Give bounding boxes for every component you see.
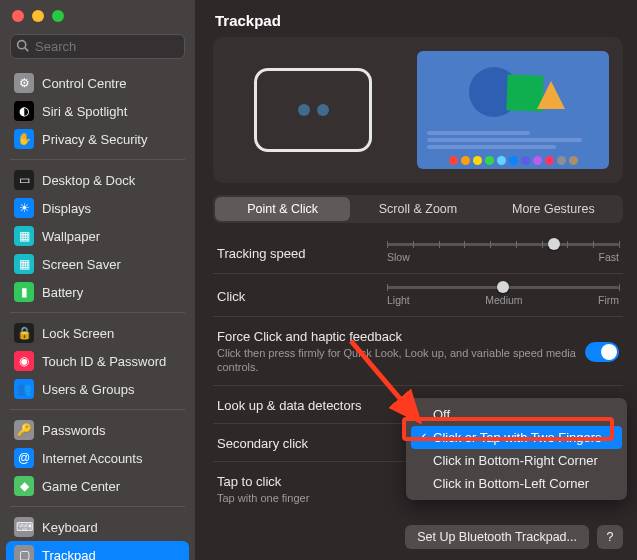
main-panel: Trackpad Point & ClickScroll & ZoomMore … xyxy=(195,0,637,560)
page-title: Trackpad xyxy=(215,12,623,29)
trackpad-illustration xyxy=(227,51,399,169)
tab-scroll-zoom[interactable]: Scroll & Zoom xyxy=(350,197,485,221)
sidebar-icon: ◐ xyxy=(14,101,34,121)
sidebar-item-label: Passwords xyxy=(42,423,106,438)
sidebar-item-displays[interactable]: ☀Displays xyxy=(6,194,189,222)
tab-point-click[interactable]: Point & Click xyxy=(215,197,350,221)
sidebar-icon: ✋ xyxy=(14,129,34,149)
row-click: Click LightMediumFirm xyxy=(213,276,623,317)
sidebar-icon: ▮ xyxy=(14,282,34,302)
click-label: Click xyxy=(217,289,387,304)
sidebar-list: ⚙Control Centre◐Siri & Spotlight✋Privacy… xyxy=(0,67,195,560)
sidebar-item-label: Trackpad xyxy=(42,548,96,561)
sidebar-item-label: Screen Saver xyxy=(42,257,121,272)
sidebar-item-screen-saver[interactable]: ▦Screen Saver xyxy=(6,250,189,278)
sidebar-item-label: Privacy & Security xyxy=(42,132,147,147)
sidebar-item-label: Internet Accounts xyxy=(42,451,142,466)
click-slider[interactable]: LightMediumFirm xyxy=(387,286,619,306)
preview-area xyxy=(213,37,623,183)
lookup-label: Look up & data detectors xyxy=(217,398,387,413)
sidebar-icon: ◆ xyxy=(14,476,34,496)
secondary-click-menu: OffClick or Tap with Two FingersClick in… xyxy=(406,398,627,500)
sidebar-item-label: Wallpaper xyxy=(42,229,100,244)
sidebar-item-siri-spotlight[interactable]: ◐Siri & Spotlight xyxy=(6,97,189,125)
sidebar-item-trackpad[interactable]: ▢Trackpad xyxy=(6,541,189,560)
sidebar-item-label: Keyboard xyxy=(42,520,98,535)
sidebar-icon: 🔑 xyxy=(14,420,34,440)
sidebar-item-keyboard[interactable]: ⌨Keyboard xyxy=(6,513,189,541)
tab-more-gestures[interactable]: More Gestures xyxy=(486,197,621,221)
sidebar-item-game-center[interactable]: ◆Game Center xyxy=(6,472,189,500)
tracking-speed-slider[interactable]: SlowFast xyxy=(387,243,619,263)
sidebar: ⚙Control Centre◐Siri & Spotlight✋Privacy… xyxy=(0,0,195,560)
menu-item-off[interactable]: Off xyxy=(411,403,622,426)
secondary-click-label: Secondary click xyxy=(217,436,387,451)
sidebar-item-label: Control Centre xyxy=(42,76,127,91)
svg-point-0 xyxy=(18,41,26,49)
sidebar-icon: ▢ xyxy=(14,545,34,560)
sidebar-item-lock-screen[interactable]: 🔒Lock Screen xyxy=(6,319,189,347)
sidebar-item-label: Touch ID & Password xyxy=(42,354,166,369)
svg-line-1 xyxy=(25,48,28,51)
tab-bar: Point & ClickScroll & ZoomMore Gestures xyxy=(213,195,623,223)
sidebar-icon: ▦ xyxy=(14,254,34,274)
sidebar-item-control-centre[interactable]: ⚙Control Centre xyxy=(6,69,189,97)
minimize-window-button[interactable] xyxy=(32,10,44,22)
sidebar-icon: ◉ xyxy=(14,351,34,371)
row-force-click: Force Click and haptic feedback Click th… xyxy=(213,319,623,386)
window-controls xyxy=(0,0,195,28)
zoom-window-button[interactable] xyxy=(52,10,64,22)
force-click-toggle[interactable] xyxy=(585,342,619,362)
force-click-label: Force Click and haptic feedback Click th… xyxy=(217,329,585,375)
sidebar-item-label: Users & Groups xyxy=(42,382,134,397)
sidebar-icon: ☀ xyxy=(14,198,34,218)
help-button[interactable]: ? xyxy=(597,525,623,549)
sidebar-item-touch-id-password[interactable]: ◉Touch ID & Password xyxy=(6,347,189,375)
sidebar-icon: ▭ xyxy=(14,170,34,190)
sidebar-icon: 🔒 xyxy=(14,323,34,343)
sidebar-icon: ⚙ xyxy=(14,73,34,93)
menu-item-click-in-bottom-right-corner[interactable]: Click in Bottom-Right Corner xyxy=(411,449,622,472)
sidebar-item-label: Battery xyxy=(42,285,83,300)
sidebar-icon: ⌨ xyxy=(14,517,34,537)
setup-bluetooth-button[interactable]: Set Up Bluetooth Trackpad... xyxy=(405,525,589,549)
tracking-speed-label: Tracking speed xyxy=(217,246,387,261)
sidebar-item-label: Desktop & Dock xyxy=(42,173,135,188)
menu-item-click-or-tap-with-two-fingers[interactable]: Click or Tap with Two Fingers xyxy=(411,426,622,449)
footer: Set Up Bluetooth Trackpad... ? xyxy=(213,515,623,549)
sidebar-item-label: Lock Screen xyxy=(42,326,114,341)
search-icon xyxy=(16,39,29,55)
sidebar-item-privacy-security[interactable]: ✋Privacy & Security xyxy=(6,125,189,153)
sidebar-item-label: Game Center xyxy=(42,479,120,494)
sidebar-item-desktop-dock[interactable]: ▭Desktop & Dock xyxy=(6,166,189,194)
sidebar-icon: @ xyxy=(14,448,34,468)
sidebar-item-label: Displays xyxy=(42,201,91,216)
sidebar-item-battery[interactable]: ▮Battery xyxy=(6,278,189,306)
menu-item-click-in-bottom-left-corner[interactable]: Click in Bottom-Left Corner xyxy=(411,472,622,495)
sidebar-item-users-groups[interactable]: 👥Users & Groups xyxy=(6,375,189,403)
sidebar-item-internet-accounts[interactable]: @Internet Accounts xyxy=(6,444,189,472)
row-tracking-speed: Tracking speed SlowFast xyxy=(213,233,623,274)
search-field[interactable] xyxy=(10,34,185,59)
desktop-preview xyxy=(417,51,609,169)
sidebar-item-passwords[interactable]: 🔑Passwords xyxy=(6,416,189,444)
sidebar-item-wallpaper[interactable]: ▦Wallpaper xyxy=(6,222,189,250)
search-input[interactable] xyxy=(10,34,185,59)
sidebar-item-label: Siri & Spotlight xyxy=(42,104,127,119)
sidebar-icon: 👥 xyxy=(14,379,34,399)
close-window-button[interactable] xyxy=(12,10,24,22)
sidebar-icon: ▦ xyxy=(14,226,34,246)
